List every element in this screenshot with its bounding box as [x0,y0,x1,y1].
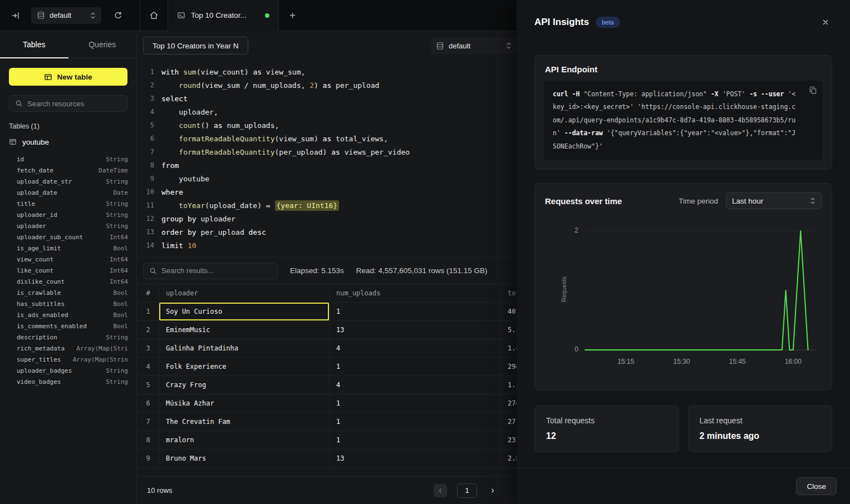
database-icon [37,11,45,19]
table-cell[interactable]: 4 [330,376,501,394]
copy-button[interactable] [809,86,817,95]
close-panel-button[interactable] [819,16,832,29]
line-number: 9 [137,175,154,182]
previous-page-button[interactable] [434,484,447,497]
time-period-select[interactable]: Last hour [726,192,822,209]
plus-icon [288,11,297,19]
line-number: 4 [137,108,154,116]
database-icon [436,42,444,50]
requests-chart-card: Requests over time Time period Last hour… [534,183,832,391]
column-header[interactable]: uploader [159,284,330,303]
table-cell[interactable]: 8 [137,431,159,449]
schema-column: uploaderString [17,220,128,231]
elapsed-time: Elapsed: 5.153s [290,266,344,275]
database-selector-value: default [50,11,86,19]
total-requests-label: Total requests [546,416,667,425]
schema-column: titleString [17,198,128,209]
table-cell[interactable]: Folk Experience [159,358,330,376]
table-cell[interactable]: 5 [137,376,159,394]
close-button[interactable]: Close [796,477,837,495]
column-header[interactable]: num_uploads [330,284,501,303]
table-cell[interactable]: Galinha Pintadinha [159,339,330,358]
table-cell[interactable]: Músika Azhar [159,394,330,413]
line-number: 1 [137,68,154,76]
sidebar-item-youtube-table[interactable]: youtube [0,135,136,149]
new-tab-button[interactable] [279,0,306,31]
search-results-input[interactable] [161,266,272,275]
table-cell[interactable]: 1 [330,413,501,431]
query-title-chip[interactable]: Top 10 Creators in Year N [143,37,248,55]
database-selector[interactable]: default [31,7,101,24]
search-resources-input[interactable] [27,100,121,108]
next-page-button[interactable] [487,484,498,497]
line-number: 12 [137,215,154,223]
last-request-card: Last request 2 minutes ago [688,405,833,452]
table-cell[interactable]: The Crevatin Fam [159,413,330,431]
table-cell[interactable]: 1 [330,358,501,376]
table-cell[interactable]: 13 [330,449,501,468]
line-number: 7 [137,148,154,156]
schema-column: uploader_badgesString [17,365,128,376]
schema-column: is_ads_enabledBool [17,309,128,320]
api-insights-panel: API Insights beta API Endpoint [517,0,850,504]
schema-column: is_crawlableBool [17,287,128,298]
refresh-icon [114,11,122,20]
table-cell[interactable]: Bruno Mars [159,449,330,468]
new-table-button[interactable]: New table [9,68,127,86]
table-cell[interactable]: 6 [137,394,159,413]
table-cell[interactable]: 9 [137,449,159,468]
schema-column: video_badgesString [17,376,128,387]
x-axis-tick: 15:45 [729,358,746,365]
query-tab[interactable]: Top 10 Creator... [168,0,279,31]
line-number: 6 [137,135,154,142]
table-cell[interactable]: Crazy Frog [159,376,330,394]
beta-badge: beta [596,17,620,28]
sidebar-collapse-button[interactable] [0,0,31,31]
table-cell[interactable]: EminemMusic [159,321,330,339]
requests-line-chart [585,231,815,350]
copy-icon [809,86,817,95]
tab-strip: Top 10 Creator... [140,0,306,31]
time-period-value: Last hour [732,197,805,205]
table-cell[interactable]: 1 [330,303,501,321]
panel-header: API Insights beta [517,0,850,55]
table-icon [44,73,52,81]
sidebar-tabs: Tables Queries [0,31,136,58]
selected-table-cell[interactable]: Soy Un Curioso [159,303,330,321]
requests-chart: Requests 20 15:1515:3015:4516:00 [545,216,822,382]
table-cell[interactable]: 7 [137,413,159,431]
home-icon [149,11,159,20]
table-cell[interactable]: 13 [330,321,501,339]
table-cell[interactable]: 1 [330,431,501,449]
last-request-value: 2 minutes ago [700,431,821,441]
line-number: 13 [137,228,154,236]
table-cell[interactable]: 4 [137,358,159,376]
table-cell[interactable]: 4 [330,339,501,358]
home-tab-button[interactable] [140,0,168,31]
editor-database-selector[interactable]: default [430,37,517,54]
schema-column: idString [17,154,128,165]
y-axis-tick: 0 [564,345,578,353]
schema-column: super_titlesArray(Map(Strin [17,354,128,365]
table-cell[interactable]: 1 [330,394,501,413]
table-cell[interactable]: 2 [137,321,159,339]
panel-footer: Close [517,468,850,504]
tab-tables[interactable]: Tables [0,31,68,58]
table-cell[interactable]: mralorn [159,431,330,449]
tables-section-label: Tables (1) [9,122,127,130]
current-page-indicator[interactable]: 1 [457,483,477,498]
time-period-label: Time period [679,197,718,205]
collapse-sidebar-icon [11,11,20,20]
total-requests-card: Total requests 12 [534,405,679,452]
tab-queries[interactable]: Queries [68,31,137,58]
line-number: 10 [137,188,154,196]
column-header[interactable]: # [137,284,159,303]
rows-read-stat: Read: 4,557,605,031 rows (151.15 GB) [356,266,488,275]
tab-status-dot [265,13,269,18]
refresh-button[interactable] [109,7,127,24]
table-cell[interactable]: 1 [137,303,159,321]
schema-column: like_countInt64 [17,265,128,276]
query-tab-icon [177,11,185,19]
schema-column: is_age_limitBool [17,243,128,254]
table-cell[interactable]: 3 [137,339,159,358]
